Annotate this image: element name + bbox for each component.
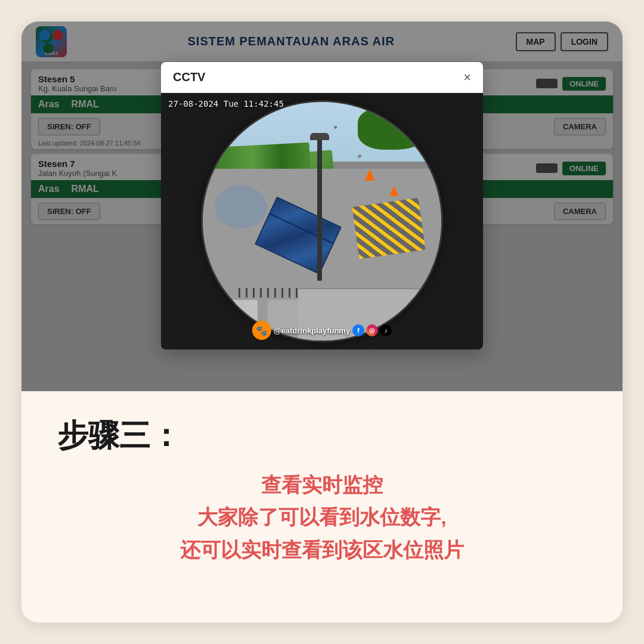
modal-body: 27-08-2024 Tue 11:42:45 <box>161 93 483 349</box>
watermark-avatar: 🐾 <box>252 321 271 340</box>
desc-line-1: 查看实时监控 <box>57 469 587 501</box>
cctv-watermark: 🐾 @eatdrinkplayfunmy f ◎ ♪ <box>252 321 392 340</box>
step-description: 查看实时监控 大家除了可以看到水位数字, 还可以实时查看到该区水位照片 <box>57 469 587 566</box>
facebook-icon: f <box>352 324 364 336</box>
fisheye-view <box>203 102 441 340</box>
bottom-section: 步骤三： 查看实时监控 大家除了可以看到水位数字, 还可以实时查看到该区水位照片 <box>21 391 623 623</box>
modal-close-button[interactable]: × <box>463 71 471 84</box>
outer-card: MBSJ SISTEM PEMANTAUAN ARAS AIR MAP LOGI… <box>21 21 623 623</box>
tiktok-icon: ♪ <box>380 324 392 336</box>
instagram-icon: ◎ <box>366 324 378 336</box>
traffic-cone <box>365 169 374 181</box>
cctv-modal: CCTV × 27-08-2024 Tue 11:42:45 <box>161 62 483 349</box>
modal-header: CCTV × <box>161 62 483 93</box>
modal-title: CCTV <box>173 70 205 84</box>
cctv-timestamp: 27-08-2024 Tue 11:42:45 <box>168 99 284 109</box>
modal-overlay: CCTV × 27-08-2024 Tue 11:42:45 <box>21 21 623 391</box>
app-bg: MBSJ SISTEM PEMANTAUAN ARAS AIR MAP LOGI… <box>21 21 623 391</box>
water-puddle <box>215 185 267 228</box>
desc-line-2: 大家除了可以看到水位数字, <box>57 501 587 533</box>
watermark-handle: @eatdrinkplayfunmy <box>274 326 350 335</box>
webapp-section: MBSJ SISTEM PEMANTAUAN ARAS AIR MAP LOGI… <box>21 21 623 391</box>
social-icons: f ◎ ♪ <box>352 324 392 336</box>
desc-line-3: 还可以实时查看到该区水位照片 <box>57 534 587 566</box>
step-label: 步骤三： <box>57 415 587 457</box>
street-lamp <box>317 138 322 281</box>
cctv-container: 27-08-2024 Tue 11:42:45 <box>161 93 483 349</box>
